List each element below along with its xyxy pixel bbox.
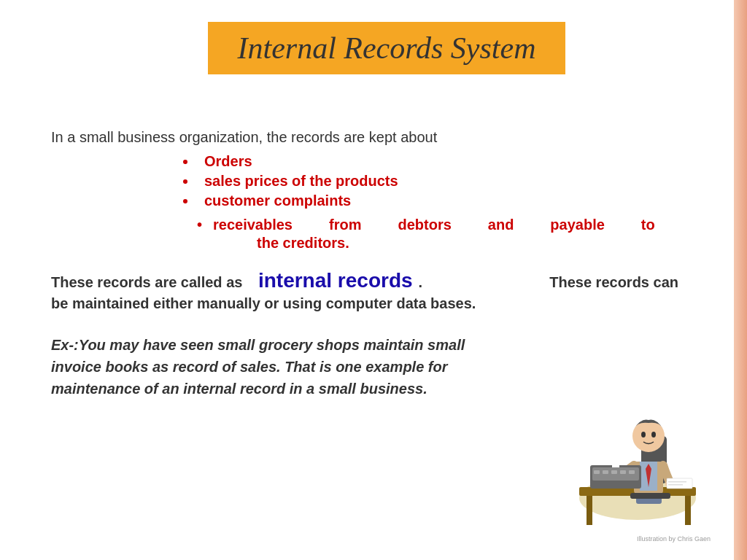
maintained-text: be maintained either manually or using c… (51, 295, 678, 312)
creditors-line: the creditors. (213, 235, 655, 252)
from-word: from (329, 217, 361, 233)
intro-text: In a small business organization, the re… (51, 129, 678, 146)
bullet-list: Orders sales prices of the products cust… (51, 153, 678, 209)
internal-records-label: internal records (258, 269, 413, 292)
page-title: Internal Records System (237, 31, 535, 65)
svg-rect-25 (630, 493, 670, 499)
bullet-sales: sales prices of the products (197, 173, 678, 190)
illustration-caption: Illustration by Chris Gaen (506, 535, 711, 542)
svg-rect-20 (612, 456, 619, 467)
illustration-area: Illustration by Chris Gaen (506, 392, 711, 538)
example-section: Ex-:You may have seen small grocery shop… (51, 334, 678, 400)
bullet-orders: Orders (197, 153, 678, 170)
svg-point-6 (632, 420, 665, 452)
svg-rect-19 (629, 470, 635, 474)
svg-rect-2 (587, 496, 592, 525)
svg-rect-18 (620, 470, 626, 474)
svg-rect-22 (668, 481, 686, 483)
svg-point-7 (641, 432, 646, 438)
bullet-receivables: receivables from debtors and payable to … (51, 217, 678, 252)
records-called-prefix: These records are called as (51, 274, 242, 291)
svg-point-8 (651, 432, 656, 438)
bullet-complaints: customer complaints (197, 192, 678, 209)
svg-rect-15 (594, 470, 600, 474)
these-records-can: These records can (549, 274, 678, 291)
records-called: These records are called as internal rec… (51, 269, 422, 292)
example-text: Ex-:You may have seen small grocery shop… (51, 334, 511, 400)
svg-rect-21 (667, 478, 692, 489)
svg-rect-3 (685, 496, 691, 525)
payable-word: payable (550, 217, 604, 233)
and-word: and (488, 217, 514, 233)
period: . (419, 274, 423, 291)
records-row: These records are called as internal rec… (51, 260, 678, 292)
svg-rect-23 (668, 484, 683, 486)
receivables-word: receivables (213, 217, 293, 233)
desk-illustration (506, 392, 703, 531)
page-border (734, 0, 747, 560)
title-box: Internal Records System (208, 22, 565, 74)
to-word: to (641, 217, 655, 233)
debtors-word: debtors (398, 217, 451, 233)
svg-rect-17 (611, 470, 617, 474)
svg-rect-16 (603, 470, 608, 474)
content-area: Internal Records System In a small busin… (0, 0, 722, 414)
